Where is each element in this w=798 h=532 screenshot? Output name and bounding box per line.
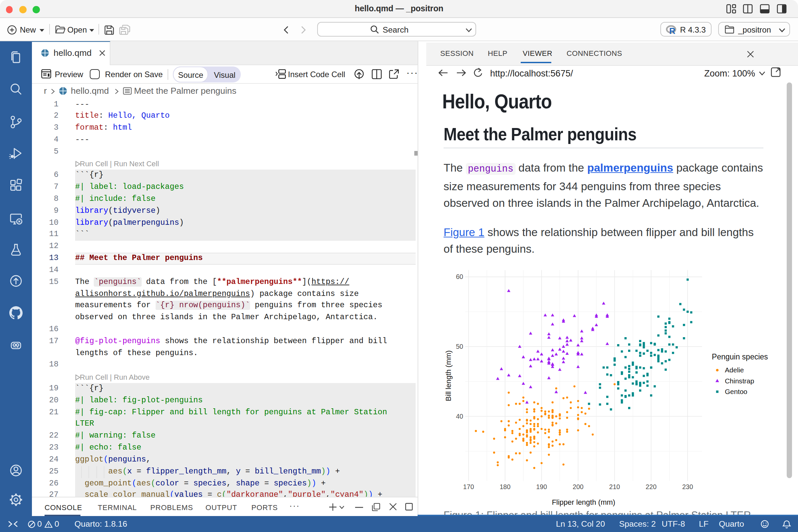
- svg-text:180: 180: [500, 483, 511, 491]
- svg-text:Penguin species: Penguin species: [712, 353, 768, 361]
- svg-text:60: 60: [456, 273, 463, 280]
- svg-text:220: 220: [646, 483, 657, 491]
- svg-text:Chinstrap: Chinstrap: [725, 377, 754, 385]
- svg-text:Gentoo: Gentoo: [725, 388, 747, 395]
- svg-text:R: R: [669, 26, 675, 35]
- svg-text:190: 190: [536, 483, 547, 491]
- svg-text:200: 200: [573, 483, 584, 491]
- svg-text:230: 230: [682, 483, 693, 491]
- svg-text:Bill length (mm): Bill length (mm): [444, 350, 453, 401]
- svg-text:170: 170: [463, 483, 474, 491]
- svg-text:Flipper length (mm): Flipper length (mm): [552, 498, 615, 507]
- svg-text:50: 50: [456, 343, 463, 350]
- svg-text:40: 40: [456, 413, 463, 420]
- svg-text:210: 210: [609, 483, 620, 491]
- svg-text:Adelie: Adelie: [725, 366, 744, 374]
